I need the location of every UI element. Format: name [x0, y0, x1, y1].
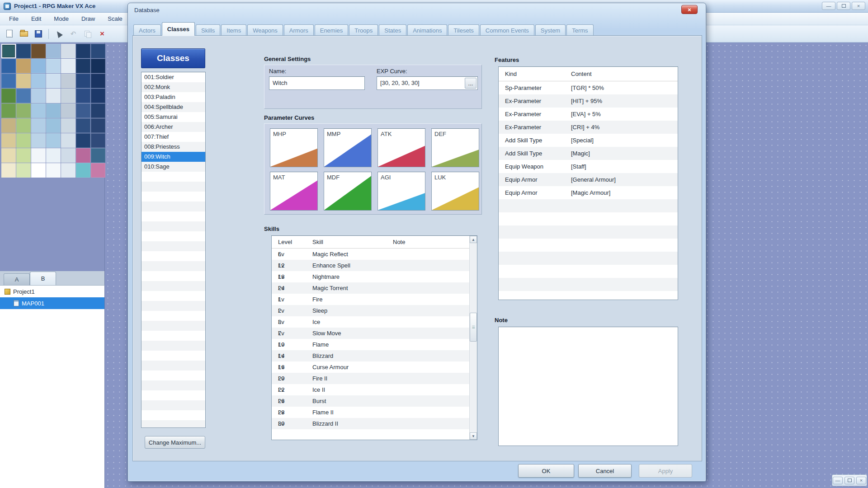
window-close-button[interactable]: ×	[852, 2, 865, 10]
tab-items[interactable]: Items	[221, 24, 246, 36]
tileset-tile[interactable]	[76, 59, 90, 73]
skill-row[interactable]: Lv7Slow Move	[272, 328, 469, 339]
menu-item-file[interactable]: File	[3, 13, 25, 24]
tileset-tile[interactable]	[91, 133, 105, 148]
class-list-item[interactable]: 004:Spellblade	[142, 102, 205, 112]
feature-row[interactable]: Equip Armor[General Armour]	[499, 173, 678, 186]
skill-row[interactable]: Lv1Fire	[272, 294, 469, 305]
tileset-tile[interactable]	[61, 44, 75, 58]
class-list-item[interactable]: 008:Priestess	[142, 142, 205, 152]
tileset-tile[interactable]	[61, 103, 75, 118]
class-list-item[interactable]: 010:Sage	[142, 162, 205, 172]
tileset-tile[interactable]	[46, 118, 61, 133]
skill-row[interactable]: Lv18Nightmare	[272, 271, 469, 282]
feature-row[interactable]: Add Skill Type[Special]	[499, 134, 678, 147]
tileset-tile[interactable]	[31, 118, 46, 133]
tab-actors[interactable]: Actors	[133, 24, 161, 36]
feature-row[interactable]: Sp-Parameter[TGR] * 50%	[499, 81, 678, 94]
tileset-tile[interactable]	[31, 89, 46, 103]
tileset-tile[interactable]	[91, 103, 105, 118]
feature-row[interactable]: Equip Weapon[Staff]	[499, 160, 678, 173]
class-list-item[interactable]: 003:Paladin	[142, 92, 205, 102]
tileset-tile[interactable]	[16, 89, 31, 103]
tileset-tile[interactable]	[46, 103, 61, 118]
tab-classes[interactable]: Classes	[162, 22, 195, 36]
tab-armors[interactable]: Armors	[284, 24, 314, 36]
tileset-tile[interactable]	[16, 59, 31, 73]
tileset-tile[interactable]	[1, 74, 16, 88]
window-restore-button[interactable]	[837, 2, 850, 10]
tileset-tile[interactable]	[16, 74, 31, 88]
tileset-tile[interactable]	[16, 133, 31, 148]
tileset-tile[interactable]	[46, 44, 61, 58]
tileset-tile[interactable]	[1, 118, 16, 133]
cancel-button[interactable]: Cancel	[578, 464, 632, 478]
tileset-tile[interactable]	[31, 44, 46, 58]
change-maximum-button[interactable]: Change Maximum...	[145, 436, 205, 449]
tileset-tile[interactable]	[1, 59, 16, 73]
tileset-tile[interactable]	[61, 89, 75, 103]
scroll-down-arrow[interactable]: ▼	[470, 432, 477, 440]
tileset-tile[interactable]	[91, 163, 105, 178]
tileset-tile[interactable]	[91, 74, 105, 88]
skill-row[interactable]: Lv26Burst	[272, 395, 469, 407]
class-list-item[interactable]: 005:Samurai	[142, 112, 205, 122]
menu-item-draw[interactable]: Draw	[75, 13, 101, 24]
tileset-tile[interactable]	[46, 59, 61, 73]
note-textarea[interactable]	[498, 327, 678, 446]
tab-enemies[interactable]: Enemies	[315, 24, 349, 36]
window-minimize-button[interactable]: —	[822, 2, 835, 10]
tileset-tile[interactable]	[91, 59, 105, 73]
tree-item-project[interactable]: Project1	[0, 286, 104, 297]
tab-system[interactable]: System	[535, 24, 566, 36]
skill-row[interactable]: Lv14Blizzard	[272, 350, 469, 361]
tileset-tile[interactable]	[16, 118, 31, 133]
new-file-button[interactable]	[4, 28, 15, 40]
tileset-tile[interactable]	[16, 163, 31, 178]
tileset-tile[interactable]	[1, 89, 16, 103]
tileset-tile[interactable]	[91, 44, 105, 58]
dialog-close-button[interactable]: ×	[681, 5, 698, 14]
tileset-tile[interactable]	[1, 133, 16, 148]
tab-tilesets[interactable]: Tilesets	[448, 24, 479, 36]
tileset-tile[interactable]	[61, 163, 75, 178]
tileset-tile[interactable]	[76, 118, 90, 133]
tab-animations[interactable]: Animations	[407, 24, 447, 36]
tileset-tile[interactable]	[76, 89, 90, 103]
menu-item-mode[interactable]: Mode	[47, 13, 75, 24]
skill-row[interactable]: Lv6Magic Reflect	[272, 249, 469, 260]
tileset-tile[interactable]	[76, 163, 90, 178]
mdi-window-minimize-button[interactable]: —	[833, 477, 843, 484]
palette-tab-a[interactable]: A	[4, 273, 30, 285]
class-list-item[interactable]: 007:Thief	[142, 132, 205, 142]
curve-box-def[interactable]: DEF	[431, 128, 479, 167]
tileset-tile[interactable]	[1, 163, 16, 178]
tileset-tile[interactable]	[61, 74, 75, 88]
tileset-tile[interactable]	[61, 133, 75, 148]
tileset-tile[interactable]	[31, 163, 46, 178]
feature-row[interactable]: Ex-Parameter[CRI] + 4%	[499, 121, 678, 134]
tileset-tile[interactable]	[91, 89, 105, 103]
class-name-input[interactable]: Witch	[269, 76, 365, 90]
tileset-tile[interactable]	[76, 74, 90, 88]
tileset-tile[interactable]	[76, 148, 90, 163]
curve-box-mhp[interactable]: MHP	[270, 128, 318, 167]
save-button[interactable]	[33, 28, 44, 40]
tileset-tile[interactable]	[76, 133, 90, 148]
tab-common-events[interactable]: Common Events	[480, 24, 534, 36]
curve-box-mmp[interactable]: MMP	[324, 128, 372, 167]
tab-states[interactable]: States	[379, 24, 406, 36]
skill-row[interactable]: Lv3Ice	[272, 316, 469, 328]
tileset-tile[interactable]	[16, 103, 31, 118]
tileset-tile[interactable]	[1, 148, 16, 163]
palette-tab-b[interactable]: B	[30, 272, 56, 285]
tileset-tile[interactable]	[91, 148, 105, 163]
open-folder-button[interactable]	[18, 28, 30, 40]
skill-row[interactable]: Lv24Magic Torrent	[272, 282, 469, 294]
tab-terms[interactable]: Terms	[566, 24, 593, 36]
dialog-titlebar[interactable]: Database ×	[128, 3, 706, 17]
tileset-tile[interactable]	[16, 44, 31, 58]
curve-box-mat[interactable]: MAT	[270, 172, 318, 211]
feature-row[interactable]: Equip Armor[Magic Armour]	[499, 186, 678, 199]
tileset-tile[interactable]	[46, 148, 61, 163]
